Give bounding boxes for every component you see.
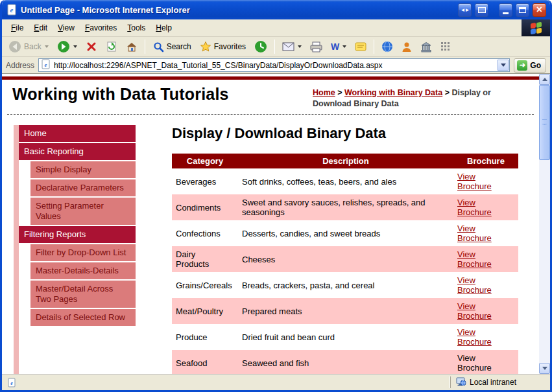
column-header: Description: [238, 154, 453, 168]
back-icon: [8, 40, 21, 53]
favorites-label: Favorites: [214, 42, 246, 51]
chevron-down-icon: [501, 63, 506, 67]
titlebar-screen-button[interactable]: [475, 3, 488, 17]
table-row: SeafoodSeaweed and fishView Brochure: [172, 350, 518, 374]
refresh-icon: [106, 41, 117, 52]
sidebar-item-master-details-details[interactable]: Master-Details-Details: [30, 262, 136, 279]
svg-text:e: e: [10, 6, 14, 14]
search-button[interactable]: Search: [149, 38, 195, 55]
research-button[interactable]: [398, 38, 416, 55]
minimize-icon: [503, 12, 509, 14]
history-button[interactable]: [250, 38, 271, 55]
go-label: Go: [530, 61, 541, 70]
brochure-cell: View Brochure: [453, 168, 518, 194]
menu-edit[interactable]: Edit: [29, 21, 53, 35]
grid-button[interactable]: [437, 38, 455, 55]
stop-button[interactable]: [82, 38, 101, 55]
view-brochure-link[interactable]: View Brochure: [457, 275, 492, 295]
sidebar-item-home[interactable]: Home: [19, 125, 136, 142]
sidebar-item-simple-display[interactable]: Simple Display: [30, 161, 136, 178]
menu-bar: FileEditViewFavoritesToolsHelp: [2, 19, 550, 37]
table-body: BeveragesSoft drinks, coffees, teas, bee…: [172, 168, 518, 374]
menu-view[interactable]: View: [53, 21, 80, 35]
back-label: Back: [24, 42, 42, 51]
scrollbar-thumb[interactable]: [539, 85, 550, 160]
menu-help[interactable]: Help: [150, 21, 177, 35]
refresh-button[interactable]: [102, 38, 121, 55]
page-title: Display / Download Binary Data: [172, 125, 539, 142]
discuss-button[interactable]: [351, 38, 370, 55]
view-brochure-link[interactable]: View Brochure: [457, 172, 492, 191]
category-cell: Condiments: [172, 194, 238, 220]
scrollbar-track[interactable]: [539, 85, 550, 363]
split-arrows-icon: ◄►: [461, 7, 470, 13]
description-cell: Soft drinks, coffees, teas, beers, and a…: [238, 168, 453, 194]
window-title: Untitled Page - Microsoft Internet Explo…: [21, 5, 455, 15]
view-brochure-link[interactable]: View Brochure: [457, 224, 492, 243]
page-header: Working with Data Tutorials Home > Worki…: [2, 80, 539, 113]
scroll-down-button[interactable]: [539, 363, 550, 374]
view-brochure-link[interactable]: View Brochure: [457, 198, 492, 217]
page-content: HomeBasic ReportingSimple DisplayDeclara…: [2, 115, 539, 374]
messenger-button[interactable]: [378, 38, 397, 55]
sidebar-item-master-detail-across-two-pages[interactable]: Master/Detail Across Two Pages: [30, 281, 136, 308]
go-button[interactable]: ➜ Go: [514, 58, 546, 73]
sidebar-item-details-of-selected-row[interactable]: Details of Selected Row: [30, 309, 136, 326]
close-button[interactable]: ×: [533, 3, 546, 17]
address-dropdown-button[interactable]: [498, 60, 509, 71]
building-icon: [420, 41, 432, 52]
menu-tools[interactable]: Tools: [122, 21, 150, 35]
sidebar-item-basic-reporting[interactable]: Basic Reporting: [19, 143, 136, 160]
brochure-cell: View Brochure: [453, 324, 518, 350]
maximize-icon: [519, 7, 526, 13]
brochure-cell: View Brochure: [453, 194, 518, 220]
globe-icon: [381, 41, 393, 52]
search-icon: [152, 41, 164, 52]
sidebar-item-setting-parameter-values[interactable]: Setting Parameter Values: [30, 198, 136, 225]
address-input[interactable]: e http://localhost:2296/ASPNET_Data_Tuto…: [38, 58, 510, 72]
browser-viewport: Working with Data Tutorials Home > Worki…: [2, 74, 550, 374]
home-button[interactable]: [122, 38, 141, 55]
sidebar-item-declarative-parameters[interactable]: Declarative Parameters: [30, 179, 136, 196]
person-icon: [402, 41, 412, 52]
ie-icon[interactable]: e: [6, 4, 18, 16]
breadcrumb-separator: >: [442, 88, 451, 97]
back-button[interactable]: Back: [5, 38, 53, 55]
table-row: Grains/CerealsBreads, crackers, pasta, a…: [172, 272, 518, 298]
vertical-scrollbar: [539, 74, 550, 374]
arrow-up-icon: [542, 78, 547, 81]
view-brochure-link[interactable]: View Brochure: [457, 249, 492, 269]
star-icon: [200, 41, 211, 52]
breadcrumb-item[interactable]: Home: [313, 88, 335, 97]
forward-icon: [57, 40, 70, 53]
minimize-button[interactable]: [499, 3, 512, 17]
scroll-up-button[interactable]: [539, 74, 550, 85]
forward-dropdown-icon: [73, 45, 77, 48]
view-brochure-link[interactable]: View Brochure: [457, 301, 492, 321]
forward-button[interactable]: [53, 38, 81, 55]
view-brochure-link[interactable]: View Brochure: [457, 327, 492, 347]
brochure-cell: View Brochure: [453, 220, 518, 246]
print-button[interactable]: [306, 38, 326, 55]
description-cell: Breads, crackers, pasta, and cereal: [238, 272, 453, 298]
toolbar-separator: [374, 40, 374, 54]
favorites-button[interactable]: Favorites: [196, 38, 250, 55]
search-label: Search: [167, 42, 191, 51]
menu-favorites[interactable]: Favorites: [80, 21, 122, 35]
view-brochure-text: View Brochure: [457, 353, 492, 373]
sidebar-item-filtering-reports[interactable]: Filtering Reports: [19, 226, 136, 243]
description-cell: Seaweed and fish: [238, 350, 453, 374]
maximize-button[interactable]: [516, 3, 529, 17]
menu-file[interactable]: File: [6, 21, 29, 35]
windows-flag-icon: [531, 21, 542, 34]
bank-button[interactable]: [416, 38, 436, 55]
sidebar-item-filter-by-drop-down-list[interactable]: Filter by Drop-Down List: [30, 244, 136, 261]
category-cell: Confections: [172, 220, 238, 246]
breadcrumb-item[interactable]: Working with Binary Data: [344, 88, 442, 97]
edit-button[interactable]: W: [327, 38, 350, 55]
svg-text:e: e: [45, 62, 47, 68]
history-clock-icon: [254, 40, 267, 53]
titlebar-arrows-button[interactable]: ◄►: [458, 3, 472, 17]
intranet-icon: [456, 377, 466, 388]
mail-button[interactable]: [278, 38, 306, 55]
